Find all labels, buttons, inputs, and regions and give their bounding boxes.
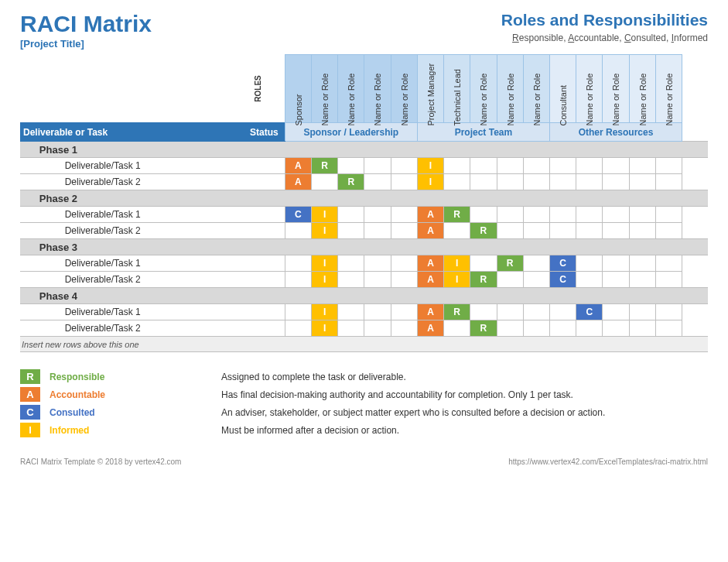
raci-cell: A [417, 223, 443, 239]
role-header: Name or Role [655, 55, 682, 123]
raci-cell [391, 158, 417, 174]
raci-cell: I [444, 255, 470, 272]
raci-cell [603, 304, 629, 320]
raci-cell [576, 223, 603, 239]
raci-cell [603, 158, 629, 174]
raci-cell: C [285, 207, 311, 223]
raci-cell [576, 174, 603, 190]
raci-cell: I [444, 272, 470, 288]
raci-cell [285, 223, 311, 239]
raci-cell [549, 207, 576, 223]
task-status [232, 320, 285, 337]
raci-cell [576, 255, 603, 272]
footer: RACI Matrix Template © 2018 by vertex42.… [20, 457, 708, 466]
raci-cell: A [417, 255, 443, 272]
raci-cell [285, 304, 311, 320]
raci-cell: I [312, 304, 338, 320]
role-header: Technical Lead [444, 55, 470, 123]
role-header: Name or Role [364, 55, 391, 123]
raci-cell [523, 304, 549, 320]
raci-cell [629, 174, 655, 190]
raci-cell [497, 158, 523, 174]
task-row: Deliverable/Task 1CIAR [20, 207, 708, 223]
legend-label: Informed [50, 425, 119, 436]
raci-cell [444, 158, 470, 174]
task-status [232, 223, 285, 239]
role-header: Name or Role [603, 55, 629, 123]
page-title: RACI Matrix [20, 11, 152, 36]
raci-cell: R [470, 223, 497, 239]
raci-cell: I [417, 174, 443, 190]
raci-cell [391, 207, 417, 223]
raci-cell [497, 320, 523, 337]
role-header: Name or Role [312, 55, 338, 123]
role-header: Name or Role [629, 55, 655, 123]
phase-row: Phase 2 [20, 190, 708, 207]
raci-cell [497, 223, 523, 239]
task-name: Deliverable/Task 2 [56, 174, 232, 190]
legend-label: Consulted [50, 407, 119, 418]
legend-label: Accountable [50, 389, 119, 400]
legend-chip: C [20, 405, 40, 420]
raci-cell [629, 304, 655, 320]
task-row: Deliverable/Task 1IAIRC [20, 255, 708, 272]
raci-acronym: Responsible, Accountable, Consulted, Inf… [501, 33, 708, 43]
raci-cell: A [285, 158, 311, 174]
task-row: Deliverable/Task 1IARC [20, 304, 708, 320]
raci-cell [523, 223, 549, 239]
task-status [232, 272, 285, 288]
role-header: Name or Role [338, 55, 364, 123]
task-row: Deliverable/Task 1ARI [20, 158, 708, 174]
raci-cell [470, 304, 497, 320]
raci-cell: I [312, 255, 338, 272]
raci-cell [391, 304, 417, 320]
raci-cell [576, 320, 603, 337]
raci-cell [576, 158, 603, 174]
role-header: Sponsor [285, 55, 311, 123]
role-header: Consultant [549, 55, 576, 123]
raci-cell: R [444, 207, 470, 223]
raci-cell: I [312, 207, 338, 223]
raci-cell [549, 158, 576, 174]
raci-cell [391, 272, 417, 288]
raci-cell [603, 174, 629, 190]
task-status [232, 255, 285, 272]
raci-table: ROLESSponsorName or RoleName or RoleName… [20, 54, 708, 352]
legend-desc: Assigned to complete the task or deliver… [221, 372, 708, 382]
status-column-header: Status [232, 123, 285, 142]
raci-cell [391, 255, 417, 272]
raci-cell [497, 174, 523, 190]
raci-cell: I [417, 158, 443, 174]
raci-cell [655, 223, 682, 239]
raci-cell [523, 272, 549, 288]
phase-label: Phase 4 [38, 288, 682, 304]
raci-cell [470, 255, 497, 272]
raci-cell [549, 223, 576, 239]
raci-cell: R [338, 174, 364, 190]
raci-cell [364, 174, 391, 190]
legend-desc: Has final decision-making authority and … [221, 389, 708, 400]
raci-cell [364, 255, 391, 272]
task-row: Deliverable/Task 2IAIRC [20, 272, 708, 288]
raci-cell [603, 255, 629, 272]
task-name: Deliverable/Task 1 [56, 255, 232, 272]
raci-cell [338, 207, 364, 223]
role-header: Project Manager [417, 55, 443, 123]
raci-cell [655, 207, 682, 223]
raci-cell [444, 174, 470, 190]
raci-cell: C [549, 272, 576, 288]
phase-label: Phase 3 [38, 239, 682, 255]
raci-cell [603, 320, 629, 337]
raci-cell [470, 158, 497, 174]
raci-cell [655, 304, 682, 320]
footer-link: https://www.vertex42.com/ExcelTemplates/… [508, 457, 708, 466]
raci-cell [338, 255, 364, 272]
raci-cell [391, 174, 417, 190]
raci-cell [470, 207, 497, 223]
raci-cell [655, 255, 682, 272]
raci-cell [338, 272, 364, 288]
raci-cell [285, 255, 311, 272]
raci-cell [444, 320, 470, 337]
raci-cell: R [470, 320, 497, 337]
legend-row: RResponsibleAssigned to complete the tas… [20, 369, 708, 384]
